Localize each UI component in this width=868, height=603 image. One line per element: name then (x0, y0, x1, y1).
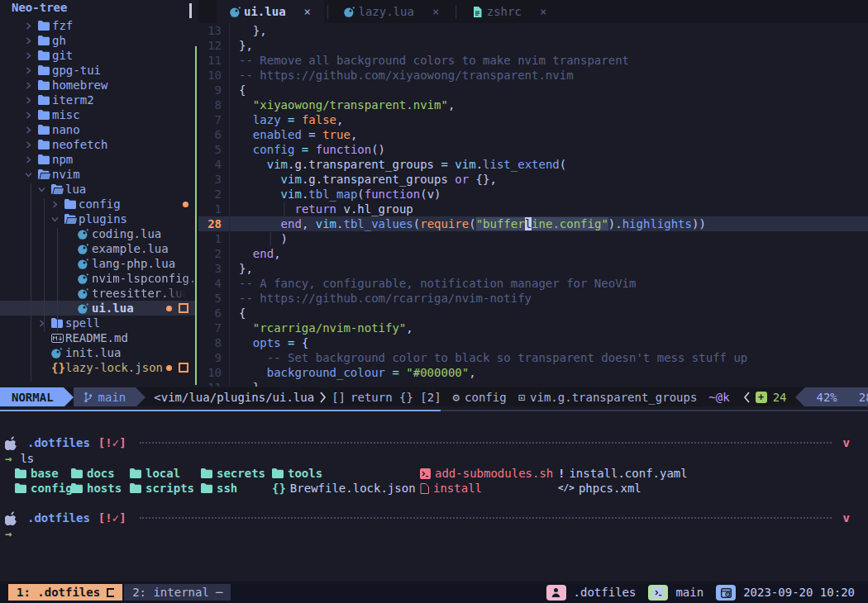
git-unstaged-square (179, 363, 188, 373)
code-line[interactable]: 11-- Remove all background colors to mak… (198, 53, 868, 68)
tree-item-init.lua[interactable]: init.lua (0, 345, 195, 360)
code-line[interactable]: 9{ (198, 83, 868, 97)
chevron-right-icon[interactable] (25, 141, 38, 149)
tree-item-treesitter.lua[interactable]: treesitter.lua (0, 286, 195, 301)
code-text: │ return v.hl_group (239, 202, 413, 216)
ls-entry-label: local (145, 466, 180, 481)
chevron-right-icon[interactable] (38, 320, 51, 327)
tab-close-icon[interactable]: × (432, 4, 439, 19)
code-line[interactable]: 10-- https://github.com/xiyaowong/transp… (198, 68, 868, 83)
pane-border[interactable] (441, 410, 868, 411)
folder-icon (38, 140, 52, 150)
chevron-right-icon[interactable] (51, 201, 64, 208)
code-line[interactable]: 6{ (198, 306, 868, 320)
gutter-separator (222, 187, 230, 202)
code-line[interactable]: 9 -- Set background color to black so tr… (198, 350, 868, 365)
chevron-right-icon[interactable] (25, 156, 38, 164)
chevron-right-icon[interactable] (25, 37, 38, 45)
folder-icon (71, 483, 83, 493)
tree-item-iterm2[interactable]: iterm2 (0, 93, 195, 107)
code-line[interactable]: 4 vim.g.transparent_groups = vim.list_ex… (198, 157, 868, 172)
tmux-window-.dotfiles[interactable]: 1: .dotfiles⊏ (8, 584, 122, 601)
tree-item-nvim-lspconfig.lua[interactable]: nvim-lspconfig.lua (0, 271, 195, 286)
code-line[interactable]: 11 }, (198, 380, 868, 387)
tmux-window-label: 2: internal (132, 585, 209, 600)
code-line[interactable]: 4-- A fancy, configurable, notification … (198, 276, 868, 291)
ls-entry-hosts: hosts (71, 481, 122, 496)
tree-item-config[interactable]: config (0, 197, 195, 211)
tree-item-lua[interactable]: lua (0, 182, 195, 197)
code-line[interactable]: 10 background_colour = "#000000", (198, 365, 868, 380)
tree-item-example.lua[interactable]: example.lua (0, 241, 195, 256)
tree-item-npm[interactable]: npm (0, 152, 195, 167)
chevron-right-icon[interactable] (25, 112, 38, 119)
tree-item-ui.lua[interactable]: ui.lua (0, 301, 195, 316)
code-line[interactable]: 3 vim.g.transparent_groups or {}, (198, 172, 868, 187)
code-icon: </> (558, 481, 575, 496)
ls-entry-config: config (15, 481, 73, 496)
tree-item-lazy-lock.json[interactable]: {}lazy-lock.json (0, 360, 195, 375)
code-text: background_colour = "#000000", (239, 365, 476, 380)
code-line[interactable]: 12}, (198, 38, 868, 53)
tree-item-gpg-tui[interactable]: gpg-tui (0, 63, 195, 78)
shell-cursor-line[interactable]: → (0, 526, 868, 541)
chevron-down-icon[interactable] (51, 216, 64, 223)
tab-close-icon[interactable]: × (304, 4, 311, 19)
tab-close-icon[interactable]: × (540, 4, 546, 19)
ls-entry-scripts: scripts (130, 481, 194, 496)
code-line[interactable]: 8 "xiyaowong/transparent.nvim", (198, 97, 868, 112)
folder-icon (64, 199, 79, 209)
chevron-right-icon[interactable] (25, 82, 38, 89)
code-line-current[interactable]: 28 end, vim.tbl_values(require("bufferli… (198, 216, 868, 231)
tree-item-misc[interactable]: misc (0, 107, 195, 122)
code-buffer[interactable]: 13 },12},11-- Remove all background colo… (198, 23, 868, 387)
shell-prompt-line: .dotfiles [!✓] v (0, 435, 868, 450)
tree-item-nvim[interactable]: nvim (0, 167, 195, 182)
code-line[interactable]: 6 enabled = true, (198, 127, 868, 142)
chevron-right-icon[interactable] (25, 126, 38, 134)
chevron-down-icon[interactable] (25, 171, 38, 178)
code-line[interactable]: 1 │ ) (198, 231, 868, 246)
chevron-right-icon[interactable] (25, 22, 38, 30)
ls-entry-tools: tools (272, 466, 322, 481)
tree-item-spell[interactable]: spell (0, 316, 195, 330)
code-line[interactable]: 7 "rcarriga/nvim-notify", (198, 320, 868, 335)
shell-command-line[interactable]: → ls (0, 451, 868, 466)
tree-item-git[interactable]: git (0, 48, 195, 63)
code-line[interactable]: 8 opts = { (198, 335, 868, 350)
code-line[interactable]: 7 lazy = false, (198, 112, 868, 127)
tree-item-neofetch[interactable]: neofetch (0, 137, 195, 152)
scrollbar-thumb[interactable] (189, 3, 192, 18)
pane-border-active[interactable] (0, 410, 441, 411)
chevron-right-icon[interactable] (25, 97, 38, 104)
buffer-tab-ui.lua[interactable]: ui.lua× (217, 0, 324, 23)
tree-item-coding.lua[interactable]: coding.lua (0, 226, 195, 241)
tree-item-plugins[interactable]: plugins (0, 211, 195, 226)
chevron-right-icon[interactable] (25, 67, 38, 74)
git-unstaged-square (179, 303, 188, 313)
line-number: 12 (198, 38, 222, 53)
tree-item-homebrew[interactable]: homebrew (0, 78, 195, 93)
code-line[interactable]: 3}, (198, 261, 868, 276)
code-text: enabled = true, (239, 127, 357, 142)
buffer-tab-zshrc[interactable]: zshrc× (460, 0, 560, 23)
code-line[interactable]: 13 }, (198, 23, 868, 38)
tmux-window-internal[interactable]: 2: internal─ (124, 584, 231, 601)
line-number: 10 (198, 68, 222, 83)
code-line[interactable]: 5 config = function() (198, 142, 868, 157)
gutter-separator (222, 320, 230, 335)
code-line[interactable]: 1 │ return v.hl_group (198, 202, 868, 216)
chevron-down-icon[interactable] (38, 186, 51, 193)
folder-icon (38, 50, 52, 60)
code-line[interactable]: 5-- https://github.com/rcarriga/nvim-not… (198, 291, 868, 306)
buffer-tab-lazy.lua[interactable]: lazy.lua× (331, 0, 452, 23)
tree-item-fzf[interactable]: fzf (0, 18, 195, 33)
tree-item-gh[interactable]: gh (0, 33, 195, 48)
chevron-right-icon[interactable] (25, 52, 38, 59)
tree-item-lang-php.lua[interactable]: lang-php.lua (0, 256, 195, 271)
tree-item-nano[interactable]: nano (0, 122, 195, 137)
tree-item-README.md[interactable]: README.md (0, 330, 195, 345)
line-number: 9 (198, 83, 222, 97)
code-line[interactable]: 2 end, (198, 246, 868, 261)
code-line[interactable]: 2 vim.tbl_map(function(v) (198, 187, 868, 202)
